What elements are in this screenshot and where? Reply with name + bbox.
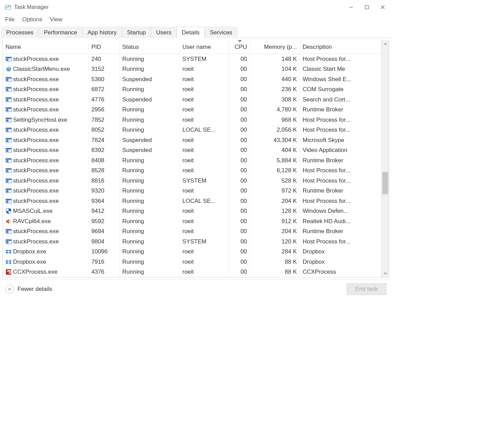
- cell-pid: 7852: [89, 115, 120, 125]
- cell-memory: 88 K: [250, 257, 300, 267]
- cell-description: Host Process for...: [300, 54, 381, 64]
- cell-status: Suspended: [120, 145, 180, 156]
- table-row[interactable]: RAVCpl64.exe9592Runningroeit00912 KRealt…: [3, 216, 381, 227]
- cell-description: Host Process for...: [300, 115, 381, 125]
- table-row[interactable]: stuckProcess.exe9320Runningroeit00972 KR…: [3, 186, 381, 196]
- menu-file[interactable]: File: [5, 16, 14, 23]
- scroll-down-arrow-icon[interactable]: [382, 270, 389, 277]
- cell-description: Host Process for...: [300, 166, 381, 176]
- svg-rect-40: [6, 179, 11, 180]
- process-icon: [5, 117, 12, 123]
- table-row[interactable]: stuckProcess.exe8816RunningSYSTEM00528 K…: [3, 176, 381, 186]
- tab-performance[interactable]: Performance: [38, 27, 82, 38]
- cell-cpu: 00: [229, 145, 250, 156]
- table-row[interactable]: stuckProcess.exe5360Suspendedroeit00440 …: [3, 74, 381, 85]
- process-icon: [5, 239, 12, 245]
- maximize-button[interactable]: [359, 2, 375, 13]
- fewer-details-toggle[interactable]: Fewer details: [5, 285, 52, 294]
- scroll-up-arrow-icon[interactable]: [382, 40, 389, 48]
- cell-pid: 9684: [89, 227, 120, 237]
- process-name: stuckProcess.exe: [13, 228, 59, 235]
- close-button[interactable]: [375, 2, 391, 13]
- footer-bar: Fewer details End task: [0, 280, 391, 300]
- column-header-user[interactable]: User name: [180, 40, 229, 54]
- table-row[interactable]: ClassicStartMenu.exe3152Runningroeit0010…: [3, 64, 381, 75]
- process-name: RAVCpl64.exe: [13, 218, 51, 225]
- table-row[interactable]: stuckProcess.exe6872Runningroeit00236 KC…: [3, 85, 381, 95]
- minimize-button[interactable]: [343, 2, 359, 13]
- cell-cpu: 00: [229, 125, 250, 135]
- column-header-name[interactable]: Name: [3, 40, 89, 54]
- cell-pid: 240: [89, 54, 120, 64]
- table-row[interactable]: stuckProcess.exe2956Runningroeit004,780 …: [3, 105, 381, 115]
- cell-description: Dropbox: [300, 247, 381, 257]
- table-row[interactable]: SettingSyncHost.exe7852Runningroeit00968…: [3, 115, 381, 125]
- cell-pid: 8816: [89, 176, 120, 186]
- table-row[interactable]: stuckProcess.exe8408Runningroeit005,884 …: [3, 155, 381, 166]
- cell-status: Running: [120, 227, 180, 237]
- svg-rect-41: [7, 181, 8, 182]
- cell-cpu: 00: [229, 176, 250, 186]
- task-manager-window: Task Manager File Options View Processes…: [0, 0, 392, 300]
- menu-bar: File Options View: [0, 14, 391, 26]
- table-row[interactable]: Dropbox.exe7916Runningroeit0088 KDropbox: [3, 257, 381, 267]
- cell-status: Running: [120, 216, 180, 227]
- window-title: Task Manager: [14, 4, 343, 10]
- svg-rect-46: [6, 199, 11, 200]
- tab-startup[interactable]: Startup: [122, 27, 151, 38]
- vertical-scrollbar[interactable]: [381, 40, 389, 277]
- table-row[interactable]: stuckProcess.exe8528Runningroeit006,128 …: [3, 166, 381, 176]
- cell-user: roeit: [180, 64, 229, 75]
- cell-memory: 2,056 K: [250, 125, 300, 135]
- table-row[interactable]: CCXProcess.exe4376Runningroeit0088 KCCXP…: [3, 267, 381, 277]
- cell-pid: 7824: [89, 135, 120, 145]
- process-icon: [5, 107, 12, 113]
- svg-rect-6: [6, 57, 11, 58]
- end-task-button[interactable]: End task: [347, 283, 386, 295]
- cell-memory: 6,128 K: [250, 166, 300, 176]
- tab-services[interactable]: Services: [205, 27, 237, 38]
- table-row[interactable]: Dropbox.exe10096Runningroeit00284 KDropb…: [3, 247, 381, 257]
- tab-app-history[interactable]: App history: [82, 27, 122, 38]
- process-name: ClassicStartMenu.exe: [13, 66, 70, 73]
- cell-status: Running: [120, 176, 180, 186]
- table-row[interactable]: stuckProcess.exe9364RunningLOCAL SE...00…: [3, 196, 381, 206]
- table-row[interactable]: stuckProcess.exe7824Suspendedroeit0043,3…: [3, 135, 381, 145]
- column-header-cpu[interactable]: CPU: [229, 40, 250, 54]
- scrollbar-thumb[interactable]: [382, 172, 388, 194]
- cell-description: Windows Defen...: [300, 206, 381, 217]
- table-row[interactable]: MSASCuiL.exe9412Runningroeit00128 KWindo…: [3, 206, 381, 217]
- cell-description: CCXProcess: [300, 267, 381, 277]
- cell-description: Runtime Broker: [300, 227, 381, 237]
- cell-memory: 4,780 K: [250, 105, 300, 115]
- scrollbar-track[interactable]: [382, 48, 389, 270]
- menu-options[interactable]: Options: [22, 16, 42, 23]
- column-header-memory[interactable]: Memory (p...: [250, 40, 300, 54]
- process-icon: [5, 269, 12, 275]
- cell-user: SYSTEM: [180, 54, 229, 64]
- process-table: Name PID Status User name CPU Memory (p.…: [2, 40, 389, 277]
- cell-user: SYSTEM: [180, 237, 229, 247]
- table-row[interactable]: stuckProcess.exe8052RunningLOCAL SE...00…: [3, 125, 381, 135]
- table-row[interactable]: stuckProcess.exe240RunningSYSTEM00148 KH…: [3, 54, 381, 64]
- cell-cpu: 00: [229, 85, 250, 95]
- process-icon: [5, 249, 12, 255]
- table-row[interactable]: stuckProcess.exe9684Runningroeit00204 KR…: [3, 227, 381, 237]
- process-name: stuckProcess.exe: [13, 187, 59, 194]
- table-row[interactable]: stuckProcess.exe9804RunningSYSTEM00120 K…: [3, 237, 381, 247]
- tab-strip: ProcessesPerformanceApp historyStartupUs…: [0, 26, 391, 38]
- table-row[interactable]: stuckProcess.exe4776Suspendedroeit00308 …: [3, 95, 381, 105]
- column-header-status[interactable]: Status: [120, 40, 180, 54]
- column-header-description[interactable]: Description: [300, 40, 381, 54]
- cell-memory: 236 K: [250, 85, 300, 95]
- column-header-pid[interactable]: PID: [89, 40, 120, 54]
- process-name: Dropbox.exe: [13, 259, 46, 265]
- tab-details[interactable]: Details: [177, 27, 205, 38]
- svg-rect-43: [6, 189, 11, 190]
- svg-rect-20: [7, 109, 8, 111]
- table-row[interactable]: stuckProcess.exe8392Suspendedroeit00404 …: [3, 145, 381, 156]
- cell-pid: 2956: [89, 105, 120, 115]
- menu-view[interactable]: View: [50, 16, 63, 23]
- tab-processes[interactable]: Processes: [1, 27, 38, 38]
- tab-users[interactable]: Users: [151, 27, 177, 38]
